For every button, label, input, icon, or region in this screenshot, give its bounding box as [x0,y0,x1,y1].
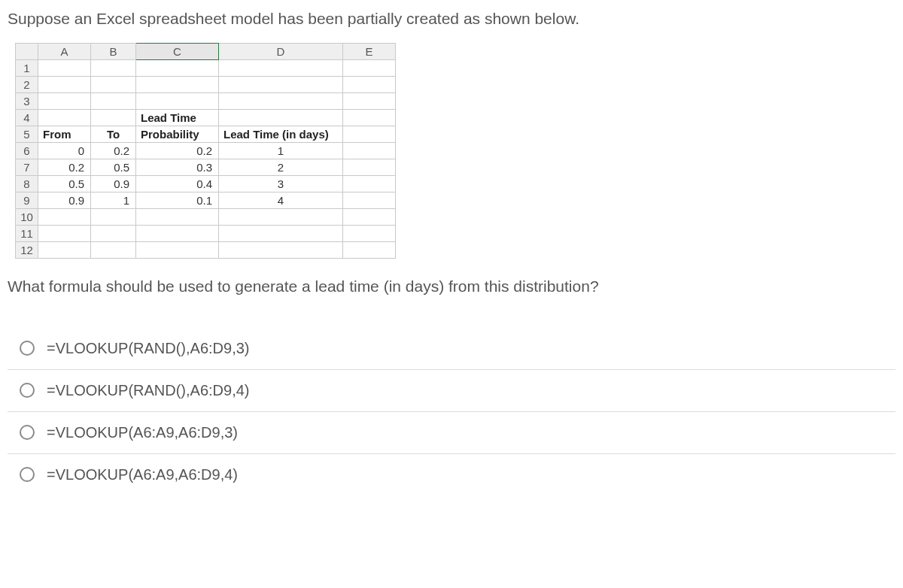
answer-options: =VLOOKUP(RAND(),A6:D9,3) =VLOOKUP(RAND()… [8,328,895,496]
col-header-b: B [91,44,136,60]
option-label: =VLOOKUP(A6:A9,A6:D9,3) [47,424,238,441]
row-header: 11 [16,226,38,242]
radio-icon [20,425,35,440]
cell-a5: From [38,126,91,143]
cell: 0.4 [136,176,219,192]
cell: 0.1 [136,192,219,209]
row-header: 3 [16,93,38,110]
cell-c5: Probability [136,126,219,143]
cell: 3 [219,176,343,192]
row-header: 8 [16,176,38,192]
option-2[interactable]: =VLOOKUP(RAND(),A6:D9,4) [8,370,895,412]
option-4[interactable]: =VLOOKUP(A6:A9,A6:D9,4) [8,454,895,496]
row-header: 4 [16,110,38,126]
row-header: 9 [16,192,38,209]
cell: 0.3 [136,159,219,176]
cell: 4 [219,192,343,209]
cell: 0.9 [38,192,91,209]
cell: 1 [219,143,343,159]
cell: 0.2 [136,143,219,159]
spreadsheet: A B C D E 1 2 3 4Lead Time 5 From To Pro… [15,43,396,259]
row-header: 10 [16,209,38,226]
radio-icon [20,341,35,356]
row-header: 7 [16,159,38,176]
cell: 0.2 [91,143,136,159]
cell: 0.5 [38,176,91,192]
col-header-d: D [219,44,343,60]
col-header-c: C [136,44,219,60]
radio-icon [20,383,35,398]
cell: 0.2 [38,159,91,176]
row-header: 12 [16,242,38,259]
row-header: 5 [16,126,38,143]
option-label: =VLOOKUP(A6:A9,A6:D9,4) [47,466,238,483]
cell-d5: Lead Time (in days) [219,126,343,143]
option-label: =VLOOKUP(RAND(),A6:D9,3) [47,340,250,357]
prompt-text: Suppose an Excel spreadsheet model has b… [8,8,895,29]
cell: 2 [219,159,343,176]
col-header-a: A [38,44,91,60]
option-3[interactable]: =VLOOKUP(A6:A9,A6:D9,3) [8,412,895,454]
radio-icon [20,467,35,482]
option-label: =VLOOKUP(RAND(),A6:D9,4) [47,382,250,399]
cell-c4: Lead Time [136,110,219,126]
col-header-e: E [343,44,396,60]
question-text: What formula should be used to generate … [8,275,895,297]
cell-b5: To [91,126,136,143]
row-header: 1 [16,60,38,77]
corner-cell [16,44,38,60]
row-header: 6 [16,143,38,159]
cell: 0.9 [91,176,136,192]
cell: 0.5 [91,159,136,176]
cell: 0 [38,143,91,159]
option-1[interactable]: =VLOOKUP(RAND(),A6:D9,3) [8,328,895,370]
row-header: 2 [16,77,38,93]
cell: 1 [91,192,136,209]
